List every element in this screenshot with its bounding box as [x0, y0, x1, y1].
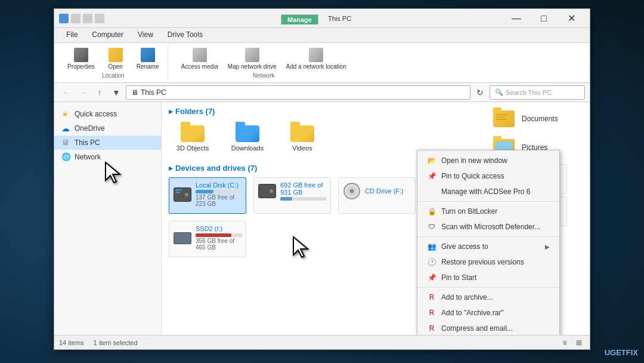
view-buttons: ≡ ⊞ [559, 337, 585, 348]
address-text: This PC [141, 88, 166, 97]
folder-name-videos: Videos [292, 144, 312, 152]
sidebar-label-this-pc: This PC [75, 139, 100, 147]
status-bar: 14 items 1 item selected ≡ ⊞ [54, 335, 590, 349]
tab-computer[interactable]: Computer [85, 28, 131, 42]
sidebar-item-quick-access[interactable]: ★ Quick access [54, 107, 161, 121]
ribbon-add-location-button[interactable]: Add a network location [283, 47, 350, 71]
device-d[interactable]: 692 GB free of 931 GB [253, 177, 331, 214]
device-local-c[interactable]: Local Disk (C:) 137 GB free of 223 GB [169, 177, 246, 214]
properties-label: Properties [67, 63, 95, 70]
device-name-f: CD Drive (F:) [365, 187, 411, 195]
cd-icon-f [343, 183, 360, 199]
cm-restore-versions[interactable]: 🕐 Restore previous versions [417, 254, 559, 270]
cm-acdsee[interactable]: Manage with ACDSee Pro 6 [417, 184, 559, 199]
device-name-d: 692 GB free of 931 GB [280, 182, 327, 196]
ribbon-access-media-button[interactable]: Access media [178, 47, 222, 71]
sidebar: ★ Quick access ☁ OneDrive 🖥 This PC 🌐 Ne… [54, 102, 162, 335]
right-folder-documents[interactable]: Documents [490, 107, 585, 131]
ribbon-map-drive-button[interactable]: Map network drive [224, 47, 280, 71]
device-bar-fill-i [196, 233, 231, 237]
cm-add-rar[interactable]: R Add to "Archive.rar" [417, 305, 559, 321]
ribbon-open-button[interactable]: Open [101, 47, 131, 71]
ribbon-properties-button[interactable]: Properties [64, 47, 98, 71]
add-location-icon [309, 48, 323, 62]
device-name-c: Local Disk (C:) [196, 182, 242, 189]
quick-access-btn-1[interactable] [71, 14, 80, 23]
cm-acdsee-label: Manage with ACDSee Pro 6 [441, 187, 550, 196]
map-drive-label: Map network drive [228, 63, 277, 70]
back-button[interactable]: ← [59, 85, 73, 100]
open-icon [109, 48, 123, 62]
device-ssd-i[interactable]: SSD2 (I:) 356 GB free of 465 GB [169, 221, 246, 257]
sidebar-item-network[interactable]: 🌐 Network [54, 150, 161, 164]
recent-locations-button[interactable]: ▼ [109, 85, 123, 100]
sidebar-item-onedrive[interactable]: ☁ OneDrive [54, 121, 161, 136]
cm-pin-quick-label: Pin to Quick access [441, 172, 550, 180]
cm-bitlocker[interactable]: 🔒 Turn on BitLocker [417, 204, 559, 219]
selected-count: 1 item selected [94, 339, 138, 346]
cm-pin-start[interactable]: 📌 Pin to Start [417, 270, 559, 285]
cm-give-access[interactable]: 👥 Give access to ▶ [417, 239, 559, 254]
folder-name-3d: 3D Objects [177, 144, 209, 152]
tab-view[interactable]: View [131, 28, 160, 42]
details-view-button[interactable]: ≡ [559, 337, 571, 348]
ribbon-group-network: Access media Map network drive Add a net… [173, 45, 355, 80]
folder-downloads[interactable]: Downloads [224, 121, 271, 154]
tab-this-pc-title: This PC [318, 13, 361, 24]
title-bar: Manage This PC — □ ✕ [54, 9, 590, 28]
sidebar-label-network: Network [75, 153, 101, 161]
open-label: Open [108, 63, 122, 70]
folder-3d-objects[interactable]: 3D Objects [169, 121, 216, 154]
pc-icon-small: 🖥 [131, 88, 138, 97]
properties-icon [74, 48, 88, 62]
cm-defender[interactable]: 🛡 Scan with Microsoft Defender... [417, 219, 559, 235]
address-path[interactable]: 🖥 This PC [126, 85, 470, 100]
cm-open-new-window[interactable]: 📂 Open in new window [417, 153, 559, 168]
ribbon-rename-button[interactable]: Rename [133, 47, 163, 71]
ssd-icon-i [174, 232, 191, 244]
quick-access-btn-3[interactable] [95, 14, 104, 23]
cm-add-archive[interactable]: R Add to archive... [417, 290, 559, 305]
content-area: Folders (7) 3D Objects Downloads Videos [162, 102, 590, 335]
cm-pin-quick-access[interactable]: 📌 Pin to Quick access [417, 168, 559, 184]
device-cd-f[interactable]: CD Drive (F:) [338, 177, 416, 214]
tiles-view-button[interactable]: ⊞ [573, 337, 585, 348]
close-button[interactable]: ✕ [558, 9, 585, 28]
forward-button[interactable]: → [76, 85, 90, 100]
window-controls: — □ ✕ [503, 9, 585, 28]
network-group-label: Network [253, 72, 275, 79]
cm-pin-quick-icon: 📌 [427, 171, 436, 181]
context-menu: 📂 Open in new window 📌 Pin to Quick acce… [417, 150, 560, 335]
up-button[interactable]: ↑ [92, 85, 107, 100]
maximize-button[interactable]: □ [530, 9, 558, 28]
folder-videos[interactable]: Videos [278, 121, 326, 154]
cm-defender-icon: 🛡 [427, 222, 436, 232]
cm-compress-email[interactable]: R Compress and email... [417, 321, 559, 335]
device-bar-fill-d [280, 197, 292, 201]
network-icon: 🌐 [61, 152, 71, 162]
map-drive-icon [245, 48, 259, 62]
minimize-button[interactable]: — [503, 9, 530, 28]
star-icon: ★ [61, 109, 71, 119]
tab-file[interactable]: File [59, 28, 85, 42]
sidebar-item-this-pc[interactable]: 🖥 This PC [54, 136, 161, 150]
pc-icon: 🖥 [61, 138, 71, 147]
window-icon [59, 14, 69, 23]
device-size-c: 137 GB free of 223 GB [196, 194, 242, 207]
ribbon-content: Properties Open Rename Location [54, 42, 590, 82]
search-box[interactable]: 🔍 Search This PC [490, 85, 585, 100]
cm-give-access-arrow: ▶ [545, 244, 550, 250]
hdd-icon-c [174, 187, 191, 202]
quick-access-btn-2[interactable] [83, 14, 92, 23]
refresh-button[interactable]: ↻ [473, 85, 487, 100]
tab-drive-tools[interactable]: Drive Tools [160, 28, 210, 42]
cm-sep-1 [417, 201, 559, 202]
cm-open-window-icon: 📂 [427, 156, 436, 165]
cm-compress-label: Compress and email... [441, 324, 550, 333]
device-size-i: 356 GB free of 465 GB [196, 238, 242, 251]
cm-give-access-label: Give access to [441, 242, 540, 251]
cm-sep-2 [417, 236, 559, 237]
search-placeholder: Search This PC [506, 89, 552, 96]
tab-manage[interactable]: Manage [281, 14, 318, 24]
cm-acdsee-icon [427, 187, 436, 196]
